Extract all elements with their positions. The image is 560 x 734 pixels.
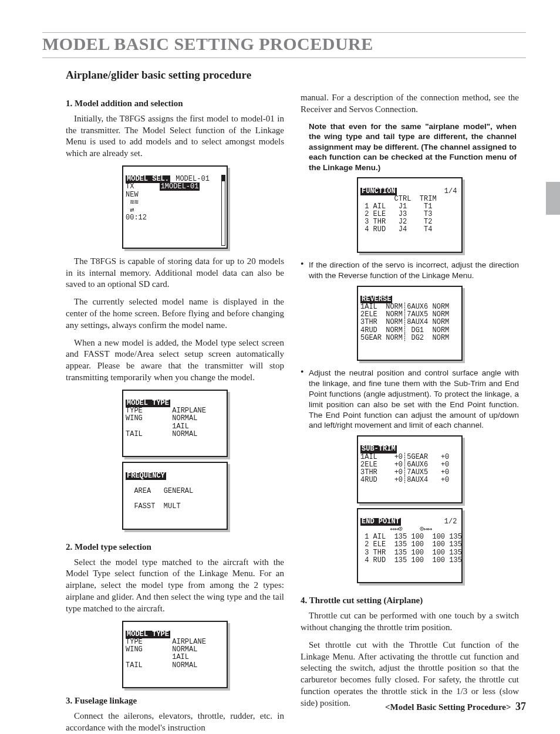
para: Select the model type matched to the air… [66,557,284,615]
lcd-cell: 100 135 [432,540,461,549]
lcd-endpoint: END POINT 1/2 ↤↤⊙ ⊙↦↦ 1 AIL 135 100 100 … [357,508,463,584]
lcd-screen: FUNCTION 1/4 CTRL TRIM 1 AIL J1 T1 2 ELE… [357,177,463,253]
lcd-cell: NORM [432,303,449,311]
lcd-cell: T1 [424,202,432,211]
lcd-cell: 3 THR [365,549,386,557]
lcd-subtrim: SUB-TRIM1AIL +0┊5GEAR +02ELE +0┊6AUX6 +0… [357,435,463,503]
lcd-cell: 2 ELE [365,540,386,549]
bullet-item: Adjust the neutral position and control … [301,368,519,431]
lcd-cell: +0 [441,476,449,484]
lcd-cell: 135 100 [394,549,424,557]
lcd-cell: 1AIL [172,422,189,431]
lcd-function: FUNCTION 1/4 CTRL TRIM 1 AIL J1 T1 2 ELE… [301,177,519,253]
lcd-cell: 135 100 [394,556,424,564]
lcd-cell: 2ELE [360,461,377,469]
scrollbar [221,175,225,246]
lcd-cell: GENERAL [164,487,193,495]
lcd-cell: +0 [394,453,403,461]
lcd-cell: 135 100 [394,533,424,541]
lcd-cell: 4RUD [360,476,377,484]
lcd-cell: NORM [386,303,403,311]
lcd-cell: 100 135 [432,556,461,564]
lcd-cell: +0 [394,468,403,476]
lcd-cell: 6AUX6 [407,303,428,311]
lcd-cell: NORM [432,326,449,334]
columns: 1. Model addition and selection Initiall… [66,92,526,734]
para: Connect the ailerons, elevators, throttl… [66,711,284,734]
para: When a new model is added, the Model typ… [66,337,284,384]
lcd-model-type-2: MODEL TYPETYPE AIRPLANEWING NORMAL 1AILT… [66,621,284,689]
lcd-cell: NORM [386,318,403,326]
lcd-cell: NORM [432,334,449,342]
lcd-cell: T3 [424,210,432,218]
page-title: MODEL BASIC SETTING PROCEDURE [42,34,526,54]
lcd-model-type-freq: MODEL TYPETYPE AIRPLANEWING NORMAL 1AILT… [66,390,284,535]
lcd-cell: 135 100 [394,540,424,549]
heading-2: 2. Model type selection [66,542,284,553]
lcd-cell: 3THR [360,318,377,326]
lcd-cell: TAIL [126,430,143,438]
subtitle: Airplane/glider basic setting procedure [66,69,526,82]
para: Throttle cut can be performed with one t… [301,610,519,634]
lcd-cell: 7AUX5 [407,468,428,476]
lcd-cell: NORM [386,334,403,342]
footer-label: <Model Basic Setting Procedure> [385,702,511,712]
lcd-cell: +0 [441,461,449,469]
lcd-header: FUNCTION [360,188,397,195]
lcd-cell: 8AUX4 [407,476,428,484]
lcd-cell: AIRPLANE [172,638,206,646]
note-block: Note that even for the same "airplane mo… [309,121,517,173]
lcd-selected: 1MODEL-01 [160,182,200,191]
lcd-cell: 4 RUD [365,225,386,234]
lcd-cell: +0 [394,461,403,469]
lcd-cell: 2 ELE [365,210,386,218]
page-number: 37 [515,701,526,712]
lcd-cell: WING [126,414,143,422]
lcd-cell: 1 AIL [365,202,386,211]
lcd-model-select: MODEL SEL. MODEL-01TX 1MODEL-01NEW ≋≋ ⇄0… [66,165,284,249]
lcd-cell: AIRPLANE [172,407,206,415]
rule-bot [42,57,526,58]
lcd-model-type: MODEL TYPETYPE AIRPLANEWING NORMAL 1AILT… [122,390,228,458]
para: The T8FGS is capable of storing data for… [66,256,284,290]
lcd-cell: 5GEAR [407,453,428,461]
bullet-list: Adjust the neutral position and control … [301,368,519,431]
lcd-cell: TAIL [126,661,143,669]
lcd-cell: T4 [424,225,432,234]
lcd-cell: DG1 [411,326,424,334]
lcd-cell: NEW [126,191,224,199]
lcd-cell: TYPE [126,407,143,415]
lcd-cell: 4 RUD [365,556,386,564]
lcd-cell: 6AUX6 [407,461,428,469]
lcd-screen: REVERSE1AIL NORM┊6AUX6 NORM2ELE NORM┊7AU… [357,286,463,361]
lcd-col: TRIM [420,195,437,203]
para: manual. For a description of the connect… [301,92,519,116]
lcd-cell: J4 [399,225,407,234]
lcd-cell: 100 135 [432,549,461,557]
lcd-cell: 1AIL [360,453,377,461]
column-left: 1. Model addition and selection Initiall… [66,92,284,734]
lcd-cell: J3 [399,210,407,218]
lcd-cell: 100 135 [432,533,461,541]
lcd-cell: 3THR [360,468,377,476]
lcd-cell: NORM [432,318,449,326]
heading-1: 1. Model addition and selection [66,98,284,110]
page-footer: <Model Basic Setting Procedure> 37 [385,701,526,713]
lcd-cell: TX [126,182,134,191]
lcd-cell: J2 [399,218,407,226]
lcd-cell: NORMAL [172,645,197,654]
lcd-cell: +0 [441,468,449,476]
lcd-cell: MULT [164,502,181,510]
lcd-cell: 1AIL [172,653,189,661]
lcd-cell: +0 [441,453,449,461]
lcd-cell: T2 [424,218,432,226]
lcd-page: 1/4 [444,187,457,195]
lcd-page: 1/2 [444,517,457,526]
lcd-cell: FASST [134,502,155,510]
lcd-cell: NORMAL [172,414,197,422]
bullet-item: If the direction of the servo is incorre… [301,260,519,281]
column-right: manual. For a description of the connect… [301,92,519,734]
para: Initially, the T8FGS assigns the first m… [66,113,284,160]
heading-3: 3. Fuselage linkage [66,695,284,707]
lcd-cell: WING [126,645,143,654]
